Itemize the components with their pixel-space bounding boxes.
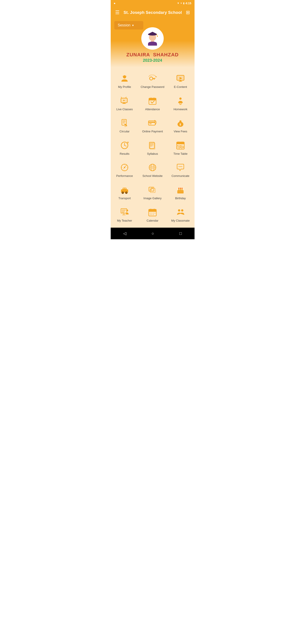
menu-item-performance[interactable]: N S W E Performance: [111, 158, 139, 181]
svg-point-86: [181, 166, 182, 167]
menu-item-online-payment[interactable]: Online Payment: [139, 114, 166, 136]
svg-point-119: [150, 213, 151, 213]
svg-line-5: [156, 34, 158, 36]
menu-item-circular[interactable]: Circular: [111, 114, 139, 136]
svg-point-121: [153, 213, 154, 213]
svg-rect-31: [154, 98, 154, 99]
app-title: St. Joseph Secondary School: [124, 10, 182, 15]
menu-item-e-content[interactable]: E-Content: [166, 70, 194, 92]
recent-apps-button[interactable]: □: [175, 230, 186, 237]
menu-item-image-gallery[interactable]: Image Gallery: [139, 181, 166, 203]
svg-point-123: [150, 214, 151, 215]
status-icon-left: ●: [114, 2, 116, 5]
menu-item-my-classmate[interactable]: My Classmate: [166, 203, 194, 226]
menu-item-time-table[interactable]: Time Table: [166, 136, 194, 159]
svg-point-120: [152, 213, 152, 213]
wifi-icon: ▼: [177, 2, 180, 4]
menu-label-birthday: Birthday: [175, 196, 186, 200]
menu-item-my-profile[interactable]: My Profile: [111, 70, 139, 92]
svg-rect-12: [154, 79, 155, 80]
svg-point-76: [124, 167, 125, 168]
results-icon: [120, 140, 130, 150]
svg-rect-64: [182, 142, 182, 143]
menu-label-homework: Homework: [174, 108, 188, 111]
menu-item-communicate[interactable]: Communicate: [166, 158, 194, 181]
menu-item-results[interactable]: Results: [111, 136, 139, 159]
imagegallery-icon: [148, 185, 158, 195]
svg-rect-29: [149, 100, 156, 100]
menu-label-time-table: Time Table: [174, 152, 188, 156]
session-dropdown[interactable]: Session ▾: [114, 21, 143, 30]
svg-rect-47: [180, 120, 181, 121]
menu-item-syllabus[interactable]: Syllabus: [139, 136, 166, 159]
svg-point-92: [122, 192, 123, 193]
menu-item-birthday[interactable]: Birthday: [166, 181, 194, 203]
status-bar-right: ▼ ✕ ▮ 4:15: [177, 2, 192, 5]
menu-label-online-payment: Online Payment: [142, 130, 163, 133]
menu-label-calendar: Calendar: [147, 219, 158, 222]
session-dropdown-arrow: ▾: [132, 24, 134, 27]
svg-rect-33: [179, 101, 182, 102]
svg-point-103: [178, 188, 179, 189]
calendar-icon: [148, 207, 158, 217]
svg-rect-117: [150, 209, 151, 210]
svg-rect-88: [123, 188, 124, 189]
grid-view-icon[interactable]: ⊞: [185, 9, 191, 16]
svg-point-70: [180, 145, 181, 146]
menu-label-attendance: Attendance: [145, 108, 160, 111]
svg-point-85: [180, 166, 181, 167]
svg-rect-13: [153, 79, 154, 80]
svg-point-104: [180, 188, 181, 189]
svg-rect-89: [125, 188, 126, 189]
menu-item-my-teacher[interactable]: My Teacher: [111, 203, 139, 226]
econtent-icon: [176, 74, 185, 84]
svg-point-105: [182, 188, 182, 189]
homework-icon: $: [176, 96, 185, 106]
menu-label-results: Results: [120, 152, 129, 156]
hero-section: Session ▾ ZU: [111, 19, 194, 67]
svg-point-113: [126, 210, 128, 211]
onlinepayment-icon: [148, 118, 158, 128]
battery-icon: ▮: [183, 2, 184, 5]
svg-point-6: [157, 36, 158, 37]
menu-label-live-classes: Live Classes: [116, 108, 133, 111]
menu-item-calendar[interactable]: Calendar: [139, 203, 166, 226]
menu-label-school-website: School Website: [142, 174, 162, 178]
home-button[interactable]: ○: [147, 230, 158, 237]
status-bar: ● ▼ ✕ ▮ 4:15: [111, 0, 194, 6]
menu-item-school-website[interactable]: School Website: [139, 158, 166, 181]
performance-icon: N S W E: [120, 162, 130, 172]
svg-point-126: [178, 209, 180, 212]
svg-point-127: [181, 209, 183, 212]
svg-rect-25: [123, 103, 125, 103]
transport-icon: [120, 185, 130, 195]
svg-text:$: $: [180, 123, 181, 126]
student-name: ZUNAIRA SHAHZAD: [126, 52, 179, 58]
hamburger-icon[interactable]: ☰: [114, 9, 120, 16]
menu-item-transport[interactable]: Transport: [111, 181, 139, 203]
profile-icon: [120, 74, 130, 84]
svg-point-32: [179, 98, 182, 100]
svg-point-97: [152, 188, 153, 189]
menu-label-communicate: Communicate: [172, 174, 190, 178]
menu-item-homework[interactable]: $ Homework: [166, 92, 194, 114]
app-header: ☰ St. Joseph Secondary School ⊞: [111, 6, 194, 19]
svg-rect-62: [177, 143, 184, 144]
liveclasses-icon: [120, 96, 130, 106]
back-button[interactable]: ◁: [119, 230, 131, 237]
svg-point-125: [153, 214, 154, 215]
signal-icon: ✕: [180, 2, 182, 5]
menu-label-view-fees: View Fees: [174, 130, 187, 133]
menu-item-live-classes[interactable]: Live Classes: [111, 92, 139, 114]
svg-rect-11: [152, 78, 156, 79]
menu-item-change-password[interactable]: Change Password: [139, 70, 166, 92]
menu-item-view-fees[interactable]: $ View Fees: [166, 114, 194, 136]
svg-rect-19: [179, 81, 182, 82]
menu-item-attendance[interactable]: Attendance: [139, 92, 166, 114]
session-label: Session: [118, 23, 130, 27]
communicate-icon: [176, 162, 185, 172]
svg-point-124: [152, 214, 152, 215]
svg-point-122: [155, 213, 156, 213]
svg-rect-26: [122, 103, 126, 104]
password-icon: [148, 74, 158, 84]
